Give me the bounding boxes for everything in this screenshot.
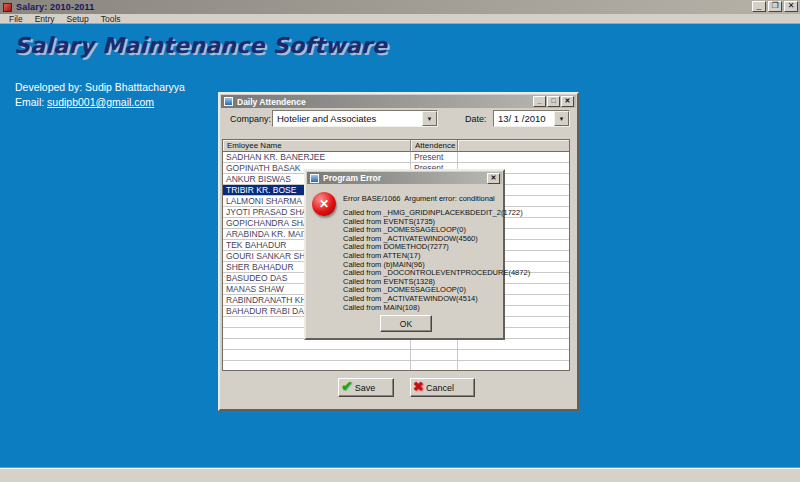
- menu-item-entry[interactable]: Entry: [29, 14, 61, 24]
- column-header-attendance[interactable]: Attendence: [411, 140, 458, 152]
- table-row[interactable]: [223, 361, 569, 370]
- error-call-stack: Called from _HMG_GRIDINPLACEKBDEDIT_2(17…: [343, 209, 530, 312]
- close-icon[interactable]: ✕: [784, 1, 798, 12]
- email-line: Email: sudipb001@gmail.com: [15, 96, 154, 108]
- chevron-down-icon[interactable]: ▼: [422, 111, 437, 126]
- employee-name-cell: [223, 339, 411, 349]
- attendance-cell: Present: [411, 152, 458, 162]
- email-link[interactable]: sudipb001@gmail.com: [47, 96, 154, 108]
- error-message: Error BASE/1066 Argument error: conditio…: [343, 194, 495, 203]
- dialog-maximize-button[interactable]: □: [547, 96, 560, 107]
- save-button[interactable]: ✔ Save: [338, 378, 394, 397]
- error-dialog-title-bar[interactable]: Program Error ✕: [307, 172, 502, 184]
- ok-button[interactable]: OK: [380, 315, 432, 332]
- status-bar: [0, 467, 800, 482]
- app-icon: [3, 3, 12, 12]
- attendance-dialog-icon: [224, 97, 233, 106]
- attendance-cell: [411, 361, 458, 370]
- column-header-blank: [458, 140, 569, 152]
- error-close-icon[interactable]: ✕: [487, 173, 500, 184]
- date-picker[interactable]: 13/ 1 /2010 ▼: [493, 110, 570, 127]
- main-title-bar[interactable]: Salary: 2010-2011 _ ❐ ✕: [0, 0, 800, 14]
- error-icon: ✕: [312, 192, 336, 216]
- check-icon: ✔: [341, 378, 353, 394]
- cancel-button-label: Cancel: [426, 383, 454, 393]
- date-value: 13/ 1 /2010: [494, 113, 554, 124]
- filler-cell: [458, 361, 569, 370]
- filler-cell: [458, 339, 569, 349]
- dialog-close-icon[interactable]: ✕: [561, 96, 574, 107]
- cross-icon: ✖: [413, 379, 424, 394]
- filler-cell: [458, 350, 569, 360]
- company-label: Company:: [230, 114, 271, 124]
- page-title: Salary Maintenance Software: [14, 33, 387, 58]
- stack-line: Called from MAIN(108): [343, 304, 530, 313]
- attendance-dialog-title: Daily Attendence: [237, 97, 306, 107]
- company-value: Hotelier and Associates: [273, 113, 422, 124]
- ok-button-label: OK: [400, 319, 412, 329]
- program-error-dialog: Program Error ✕ ✕ Error BASE/1066 Argume…: [304, 169, 505, 340]
- date-label: Date:: [465, 114, 487, 124]
- menu-bar: FileEntrySetupTools: [0, 14, 800, 24]
- column-header-employee-name[interactable]: Emloyee Name: [223, 140, 411, 152]
- filler-cell: [458, 152, 569, 162]
- menu-item-setup[interactable]: Setup: [61, 14, 95, 24]
- app-window: Salary: 2010-2011 _ ❐ ✕ FileEntrySetupTo…: [0, 0, 800, 482]
- attendance-dialog-title-bar[interactable]: Daily Attendence _ □ ✕: [221, 95, 576, 108]
- save-button-label: Save: [355, 383, 376, 393]
- table-row[interactable]: [223, 350, 569, 361]
- restore-icon[interactable]: ❐: [768, 1, 782, 12]
- dialog-minimize-button[interactable]: _: [533, 96, 546, 107]
- attendance-cell: [411, 350, 458, 360]
- minimize-button[interactable]: _: [752, 1, 766, 12]
- error-dialog-icon: [310, 174, 319, 183]
- attendance-cell: [411, 339, 458, 349]
- employee-name-cell: [223, 350, 411, 360]
- company-select[interactable]: Hotelier and Associates ▼: [272, 110, 438, 127]
- menu-item-file[interactable]: File: [3, 14, 29, 24]
- developed-by-text: Developed by: Sudip Bhatttacharyya: [15, 81, 185, 93]
- window-title: Salary: 2010-2011: [16, 2, 94, 12]
- grid-header: Emloyee Name Attendence: [223, 140, 569, 152]
- table-row[interactable]: [223, 339, 569, 350]
- employee-name-cell: SADHAN KR. BANERJEE: [223, 152, 411, 162]
- email-label: Email:: [15, 96, 47, 108]
- menu-item-tools[interactable]: Tools: [95, 14, 127, 24]
- employee-name-cell: [223, 361, 411, 370]
- chevron-down-icon[interactable]: ▼: [554, 111, 569, 126]
- error-dialog-title: Program Error: [323, 173, 381, 183]
- table-row[interactable]: SADHAN KR. BANERJEEPresent: [223, 152, 569, 163]
- cancel-button[interactable]: ✖ Cancel: [410, 378, 475, 397]
